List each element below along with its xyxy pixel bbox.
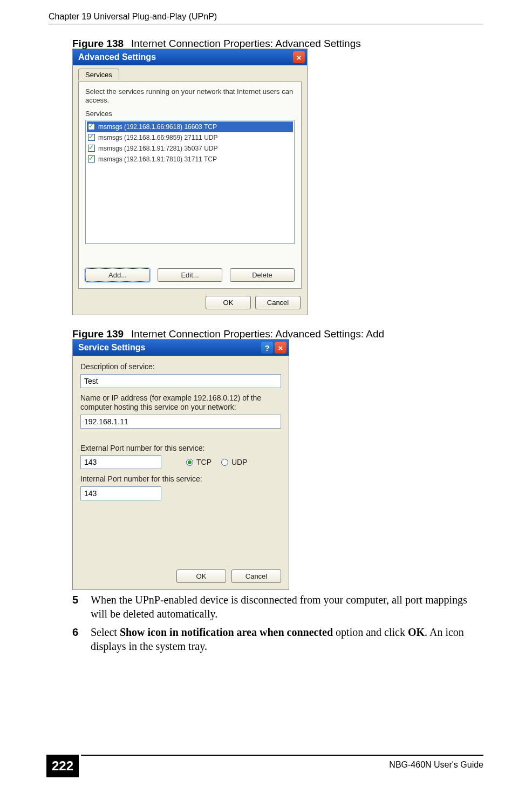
services-instruction: Select the services running on your netw… [85,87,295,105]
cancel-button[interactable]: Cancel [231,570,281,583]
checkbox-icon[interactable] [88,134,95,141]
step-6-text-a: Select [91,626,120,638]
external-port-row: TCP UDP [80,455,281,469]
services-group-label: Services [85,110,295,118]
tcp-radio[interactable]: TCP [186,458,212,466]
footer-guide: NBG-460N User's Guide [389,760,483,770]
host-input[interactable] [80,415,281,429]
step-5: 5 When the UPnP-enabled device is discon… [91,593,480,621]
delete-button[interactable]: Delete [230,268,295,282]
step-5-text: When the UPnP-enabled device is disconne… [91,594,467,620]
tcp-label: TCP [196,458,212,466]
services-listbox[interactable]: msmsgs (192.168.1.66:9618) 16603 TCP msm… [85,120,295,244]
udp-label: UDP [231,458,248,466]
step-6-number: 6 [72,625,78,639]
help-icon[interactable]: ? [261,342,273,354]
step-5-number: 5 [72,593,78,607]
ok-button[interactable]: OK [206,296,251,309]
figure-139-caption-text: Internet Connection Properties: Advanced… [131,328,384,340]
figure-138-caption: Figure 138Internet Connection Properties… [72,38,361,50]
dialog-title: Advanced Settings [78,52,156,62]
ok-button[interactable]: OK [176,570,226,583]
add-button[interactable]: Add... [85,268,150,282]
service-buttons: Add... Edit... Delete [85,268,295,282]
chapter-header: Chapter 19 Universal Plug-and-Play (UPnP… [49,12,483,22]
checkbox-icon[interactable] [88,123,95,130]
host-label: Name or IP address (for example 192.168.… [80,394,281,412]
footer-rule [81,755,483,756]
services-panel: Select the services running on your netw… [78,82,302,289]
service-text: msmsgs (192.168.1.91:7281) 35037 UDP [98,145,217,152]
close-icon[interactable]: × [275,342,287,354]
internal-port-input[interactable] [80,486,161,500]
edit-button[interactable]: Edit... [158,268,222,282]
tab-services[interactable]: Services [78,69,119,80]
service-settings-dialog: Service Settings ? × Description of serv… [72,339,289,590]
tab-strip: Services [78,69,302,83]
step-6: 6 Select Show icon in notification area … [91,625,480,653]
list-item[interactable]: msmsgs (192.168.1.66:9618) 16603 TCP [87,121,293,132]
step-6-option: Show icon in notification area when conn… [120,626,333,638]
close-icon[interactable]: × [293,51,305,63]
external-port-label: External Port number for this service: [80,444,281,453]
page-number: 222 [46,755,79,777]
udp-radio[interactable]: UDP [221,458,248,466]
dialog-title: Service Settings [78,343,146,352]
cancel-button[interactable]: Cancel [255,296,301,309]
list-item[interactable]: msmsgs (192.168.1.91:7810) 31711 TCP [87,154,293,165]
page: Chapter 19 Universal Plug-and-Play (UPnP… [0,0,532,800]
figure-138-label: Figure 138 [72,38,124,49]
titlebar: Advanced Settings × [73,49,307,65]
list-item[interactable]: msmsgs (192.168.1.66:9859) 27111 UDP [87,132,293,143]
titlebar-buttons: ? × [261,342,287,354]
service-text: msmsgs (192.168.1.91:7810) 31711 TCP [98,155,217,163]
description-label: Description of service: [80,362,281,372]
step-6-ok: OK [408,626,425,638]
dialog-footer: OK Cancel [206,296,301,309]
checkbox-icon[interactable] [88,155,95,162]
dialog-body: Description of service: Name or IP addre… [73,356,289,589]
list-item[interactable]: msmsgs (192.168.1.91:7281) 35037 UDP [87,143,293,154]
figure-139-label: Figure 139 [72,328,124,340]
titlebar-buttons: × [293,51,305,63]
advanced-settings-dialog: Advanced Settings × Services Select the … [72,49,308,315]
step-6-text-b: option and click [333,626,408,638]
figure-138-caption-text: Internet Connection Properties: Advanced… [131,38,361,49]
internal-port-label: Internal Port number for this service: [80,474,281,484]
external-port-input[interactable] [80,455,161,469]
protocol-radio-group: TCP UDP [186,458,248,466]
figure-139-caption: Figure 139Internet Connection Properties… [72,328,384,340]
description-input[interactable] [80,374,281,388]
dialog-footer: OK Cancel [176,570,281,583]
titlebar: Service Settings ? × [73,340,289,356]
header-rule [49,24,483,24]
checkbox-icon[interactable] [88,145,95,152]
dialog-body: Services Select the services running on … [73,65,307,315]
radio-icon [221,459,228,466]
radio-icon [186,459,193,466]
service-text: msmsgs (192.168.1.66:9618) 16603 TCP [98,123,217,131]
service-text: msmsgs (192.168.1.66:9859) 27111 UDP [98,134,217,141]
